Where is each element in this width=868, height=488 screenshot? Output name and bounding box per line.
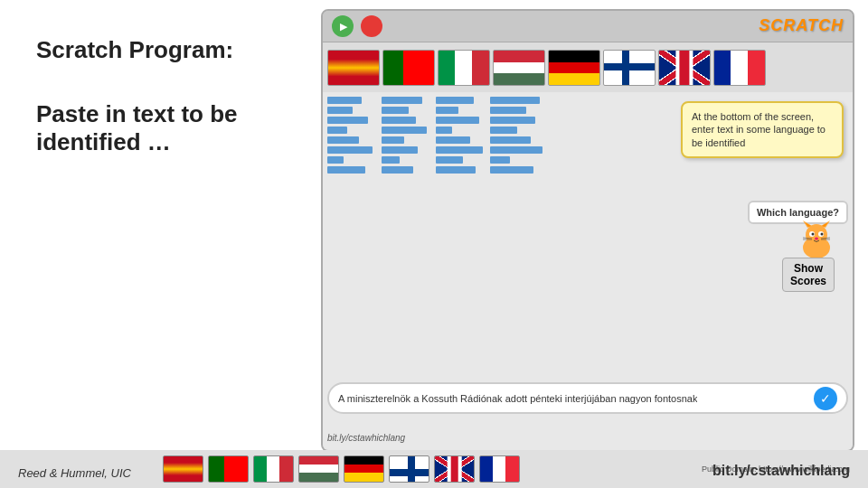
scratch-stage-url: bit.ly/cstawhichlang [327,433,405,443]
bar [436,146,483,154]
bar [436,156,463,164]
scratch-toolbar: SCRATCH [323,11,853,42]
bar [382,117,416,124]
france-flag [713,50,766,86]
bar [490,117,535,124]
text-input-area[interactable]: A miniszterelnök a Kossuth Rádiónak adot… [327,382,848,414]
bar [327,146,373,154]
paste-description: Paste in text to be identified … [36,100,298,156]
bottom-strip: Reed & Hummel, UIC Public Domain: https:… [0,450,868,488]
bar [327,117,368,124]
bottom-finland-flag [389,455,429,483]
bottom-uk-flag [434,455,475,483]
svg-point-8 [812,233,815,236]
bottom-spain-flag [163,455,203,483]
bar [436,136,470,144]
check-button[interactable]: ✓ [814,387,837,410]
bar [327,97,362,104]
flag-row-top [323,42,853,92]
bar [490,107,526,114]
germany-flag [548,50,600,86]
bar [327,107,353,114]
bar-group-4 [490,97,544,396]
bar [490,127,517,134]
scratch-preview: SCRATCH [321,9,854,452]
bar [436,127,452,134]
page-title: Scratch Program: [36,36,298,64]
bar-group-2 [382,97,431,396]
uk-flag [658,50,711,86]
bar [436,117,479,124]
bar [490,146,542,154]
bottom-url-area: Public Domain: https://www.wikipedia.org… [702,465,850,474]
bar [382,146,418,154]
bar [382,127,427,134]
svg-point-1 [806,224,827,246]
author-label: Reed & Hummel, UIC [18,465,131,481]
scratch-content: At the bottom of the screen, enter text … [323,92,853,400]
show-scores-button[interactable]: Show Scores [782,258,835,292]
input-text: A miniszterelnök a Kossuth Rádiónak adot… [338,393,697,404]
italy-flag [438,50,490,86]
bar [382,156,400,164]
bottom-hungary-flag [298,455,339,483]
bar [436,166,476,174]
spain-flag [327,50,380,86]
instruction-bubble: At the bottom of the screen, enter text … [681,101,844,158]
bottom-portugal-flag [208,455,249,483]
bar-charts-section [323,92,621,400]
bar [490,166,533,174]
hungary-flag [493,50,545,86]
bar [327,166,365,174]
scratch-logo: SCRATCH [759,16,844,35]
svg-point-9 [821,233,824,236]
bar-group-3 [436,97,486,396]
bar-group-1 [327,97,377,396]
svg-point-10 [815,238,818,240]
bar [490,97,540,104]
bar [382,136,404,144]
bottom-italy-flag [253,455,294,483]
bar [436,107,458,114]
green-flag-button[interactable] [332,15,354,37]
bar [490,136,531,144]
bar [327,127,347,134]
bar [382,97,422,104]
bar [382,107,409,114]
bottom-france-flag [479,455,520,483]
bar [436,97,474,104]
bar [327,136,359,144]
bar [382,166,413,174]
portugal-flag [382,50,435,86]
bottom-url: bit.ly/cstawhichlang [712,463,850,479]
bar [327,156,344,164]
finland-flag [603,50,656,86]
bottom-germany-flag [344,455,384,483]
bar [490,156,510,164]
red-stop-button[interactable] [361,15,382,37]
left-panel: Scratch Program: Paste in text to be ide… [0,0,326,488]
scratch-stage: At the bottom of the screen, enter text … [323,42,853,450]
